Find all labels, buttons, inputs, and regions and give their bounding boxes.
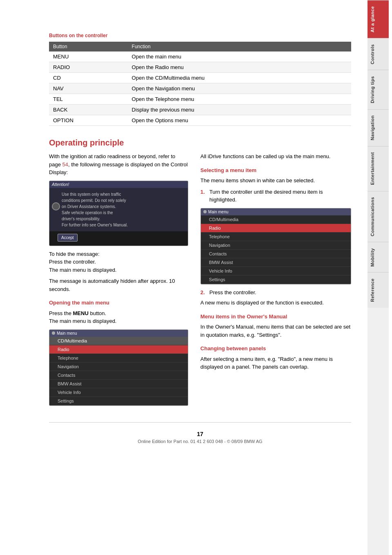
function-cell: Open the main menu — [128, 51, 351, 62]
main-menu-screen-left: Main menu CD/MultimediaRadioTelephoneNav… — [49, 329, 188, 406]
step-1-text: Turn the controller until the desired me… — [209, 188, 351, 204]
screen-menu-item: Radio — [201, 224, 351, 233]
attention-line: Use this system only when traffic — [62, 191, 184, 197]
screen-menu-item: Settings — [201, 275, 351, 284]
main-menu-screen-right: Main menu CD/MultimediaRadioTelephoneNav… — [200, 208, 351, 284]
sidebar-tab-at-a-glance[interactable]: At a glance — [368, 0, 389, 38]
attention-line: driver's responsibility. — [62, 216, 184, 222]
hide-message-line: To hide the message: — [49, 251, 100, 257]
screen-menu-item: CD/Multimedia — [201, 215, 351, 224]
step-2-text: Press the controller. — [209, 289, 256, 297]
sidebar-tab-navigation[interactable]: Navigation — [368, 109, 389, 146]
selecting-item-text: The menu items shown in white can be sel… — [200, 177, 351, 185]
intro-paragraph: With the ignition at radio readiness or … — [49, 152, 188, 177]
owners-manual-title: Menu items in the Owner's Manual — [200, 313, 351, 321]
changing-panels-text: After selecting a menu item, e.g. "Radio… — [200, 355, 351, 371]
screen-menu-item: Vehicle Info — [201, 267, 351, 275]
function-cell: Display the previous menu — [128, 105, 351, 115]
auto-hidden-text: The message is automatically hidden afte… — [49, 277, 188, 293]
sidebar-tab-communications[interactable]: Communications — [368, 191, 389, 242]
button-text: button. — [89, 310, 106, 316]
button-cell: NAV — [49, 83, 128, 94]
button-cell: RADIO — [49, 62, 128, 73]
attention-box: Attention! Use this system only when tra… — [49, 181, 188, 246]
screen-menu-item: Navigation — [201, 241, 351, 250]
intro-link[interactable]: 54 — [62, 161, 68, 168]
main-content: Buttons on the controller Button Functio… — [0, 0, 368, 555]
col-header-button: Button — [49, 42, 128, 51]
table-row: BACKDisplay the previous menu — [49, 105, 351, 115]
sidebar-tab-reference[interactable]: Reference — [368, 272, 389, 308]
controller-icon — [52, 202, 60, 210]
left-column: With the ignition at radio readiness or … — [49, 152, 188, 410]
attention-line: conditions permit. Do not rely solely — [62, 197, 184, 204]
attention-body: Use this system only when trafficconditi… — [49, 188, 188, 231]
operating-principle-title: Operating principle — [49, 138, 351, 148]
hide-message: To hide the message:Press the controller… — [49, 250, 188, 274]
screen-menu-item: Contacts — [201, 250, 351, 258]
screen-menu-item: BMW Assist — [201, 258, 351, 267]
screen-body-left: CD/MultimediaRadioTelephoneNavigationCon… — [49, 337, 188, 405]
function-cell: Open the CD/Multimedia menu — [128, 73, 351, 83]
all-functions-text: All iDrive functions can be called up vi… — [200, 152, 351, 161]
buttons-section-title: Buttons on the controller — [49, 33, 351, 38]
menu-bold: MENU — [73, 310, 89, 316]
accept-button[interactable]: Accept — [58, 234, 78, 242]
sidebar-tab-entertainment[interactable]: Entertainment — [368, 146, 389, 190]
table-row: NAVOpen the Navigation menu — [49, 83, 351, 94]
table-row: OPTIONOpen the Options menu — [49, 115, 351, 126]
function-cell: Open the Options menu — [128, 115, 351, 126]
function-cell: Open the Navigation menu — [128, 83, 351, 94]
sidebar-tab-controls[interactable]: Controls — [368, 38, 389, 70]
table-row: CDOpen the CD/Multimedia menu — [49, 73, 351, 83]
screen-header-right: Main menu — [201, 208, 351, 215]
selecting-item-title: Selecting a menu item — [200, 166, 351, 175]
two-col-layout: With the ignition at radio readiness or … — [49, 152, 351, 410]
button-cell: OPTION — [49, 115, 128, 126]
screen-menu-item: Navigation — [49, 363, 188, 371]
attention-line: on Driver Assistance systems. — [62, 204, 184, 210]
opening-main-menu-text: Press the MENU button. The main menu is … — [49, 309, 188, 325]
table-row: MENUOpen the main menu — [49, 51, 351, 62]
sidebar-tab-driving-tips[interactable]: Driving tips — [368, 70, 389, 109]
page-number: 17 — [49, 431, 351, 437]
screen-menu-item: Radio — [49, 345, 188, 354]
screen-menu-item: Vehicle Info — [49, 388, 188, 397]
sidebar-tabs: At a glanceControlsDriving tipsNavigatio… — [368, 0, 389, 555]
step-2: 2. Press the controller. — [200, 289, 351, 297]
new-menu-text: A new menu is displayed or the function … — [200, 299, 351, 307]
footer-text: Online Edition for Part no. 01 41 2 603 … — [138, 439, 262, 444]
attention-line: Safe vehicle operation is the — [62, 210, 184, 216]
main-menu-displayed: The main menu is displayed. — [49, 318, 116, 324]
screen-menu-item: Telephone — [49, 354, 188, 363]
step-1: 1. Turn the controller until the desired… — [200, 188, 351, 204]
button-table: Button Function MENUOpen the main menuRA… — [49, 42, 351, 126]
changing-panels-title: Changing between panels — [200, 345, 351, 353]
screen-icon — [52, 331, 55, 335]
screen-header-left: Main menu — [49, 330, 188, 337]
screen-title-left: Main menu — [57, 331, 77, 336]
button-cell: CD — [49, 73, 128, 83]
opening-main-menu-title: Opening the main menu — [49, 299, 188, 307]
attention-line: For further info see Owner's Manual. — [62, 222, 184, 228]
press-text: Press the — [49, 310, 73, 316]
table-row: TELOpen the Telephone menu — [49, 94, 351, 105]
right-column: All iDrive functions can be called up vi… — [200, 152, 351, 410]
screen-menu-item: Contacts — [49, 371, 188, 380]
function-cell: Open the Radio menu — [128, 62, 351, 73]
button-cell: TEL — [49, 94, 128, 105]
steps-list: 1. Turn the controller until the desired… — [200, 188, 351, 204]
button-cell: BACK — [49, 105, 128, 115]
function-cell: Open the Telephone menu — [128, 94, 351, 105]
screen-title-right: Main menu — [208, 210, 228, 214]
screen-icon-right — [203, 210, 207, 213]
intro-text2: , the following message is displayed on … — [49, 161, 188, 176]
page-footer: 17 Online Edition for Part no. 01 41 2 6… — [49, 422, 351, 448]
sidebar-tab-mobility[interactable]: Mobility — [368, 242, 389, 273]
screen-menu-item: BMW Assist — [49, 380, 188, 388]
table-row: RADIOOpen the Radio menu — [49, 62, 351, 73]
hide-message-line: The main menu is displayed. — [49, 267, 116, 273]
owners-manual-text: In the Owner's Manual, menu items that c… — [200, 323, 351, 339]
screen-menu-item: Telephone — [201, 233, 351, 241]
screen-body-right: CD/MultimediaRadioTelephoneNavigationCon… — [201, 215, 351, 284]
